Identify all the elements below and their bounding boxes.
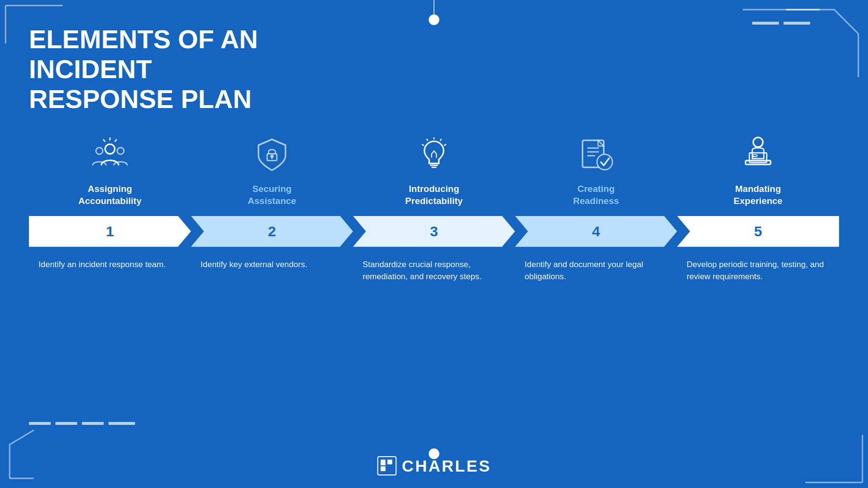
svg-line-22 [440,139,441,141]
logo-icon [377,456,397,476]
top-connector-line [434,0,434,14]
svg-point-11 [117,148,124,154]
step-number-1: 1 [106,223,114,240]
desc-item-1: Identify an incident response team. [29,258,191,283]
svg-point-10 [96,148,103,154]
logo-area: CHARLES [377,456,491,476]
desc-item-4: Identify and document your legal obligat… [515,258,677,283]
desc-item-5: Develop periodic training, testing, and … [677,258,839,283]
svg-point-16 [271,155,273,158]
svg-point-31 [753,137,763,147]
steps-row: 1 2 3 4 5 [29,216,839,247]
card-3-icon [412,133,456,176]
step-number-2: 2 [268,223,276,240]
card-2-title: SecuringAssistance [248,183,296,207]
card-4-creating-readiness: CreatingReadiness [515,133,677,216]
svg-rect-40 [380,463,385,465]
svg-point-30 [597,154,612,170]
page-title: ELEMENTS OF AN INCIDENT RESPONSE PLAN [29,24,366,114]
svg-point-9 [105,144,115,154]
svg-line-23 [444,144,446,146]
svg-line-24 [427,139,428,141]
main-content: ELEMENTS OF AN INCIDENT RESPONSE PLAN [29,24,839,459]
card-4-icon [574,133,618,176]
card-2-icon [250,133,294,176]
svg-line-25 [422,144,424,146]
card-4-title: CreatingReadiness [573,183,619,207]
svg-rect-39 [380,466,385,471]
page-title-line2: RESPONSE PLAN [29,84,252,113]
step-arrow-4: 4 [515,216,677,247]
card-1-icon [88,133,132,176]
desc-item-3: Standardize crucial response, remediatio… [353,258,515,283]
svg-line-14 [103,139,105,142]
card-1-assigning-accountability: AssigningAccountability [29,133,191,216]
top-connector [429,0,439,25]
logo-text: CHARLES [402,457,491,475]
card-3-title: IntroducingPredictability [405,183,462,207]
card-5-title: MandatingExperience [733,183,782,207]
step-arrow-1: 1 [29,216,191,247]
card-2-securing-assistance: SecuringAssistance [191,133,353,216]
cards-section: AssigningAccountability SecuringAssistan… [29,133,839,216]
svg-rect-35 [753,155,757,157]
step-arrow-2: 2 [191,216,353,247]
svg-line-13 [115,139,117,142]
card-1-title: AssigningAccountability [79,183,142,207]
step-number-4: 4 [592,223,600,240]
step-number-3: 3 [430,223,438,240]
card-5-mandating-experience: MandatingExperience [677,133,839,216]
svg-rect-38 [387,460,392,464]
step-arrow-5: 5 [677,216,839,247]
page-title-line1: ELEMENTS OF AN INCIDENT [29,25,258,83]
card-5-icon [736,133,780,176]
card-3-introducing-predictability: IntroducingPredictability [353,133,515,216]
step-arrow-3: 3 [353,216,515,247]
desc-item-2: Identify key external vendors. [191,258,353,283]
descriptions-row: Identify an incident response team. Iden… [29,258,839,283]
top-connector-circle [429,14,439,25]
step-number-5: 5 [754,223,762,240]
svg-rect-36 [378,457,396,475]
